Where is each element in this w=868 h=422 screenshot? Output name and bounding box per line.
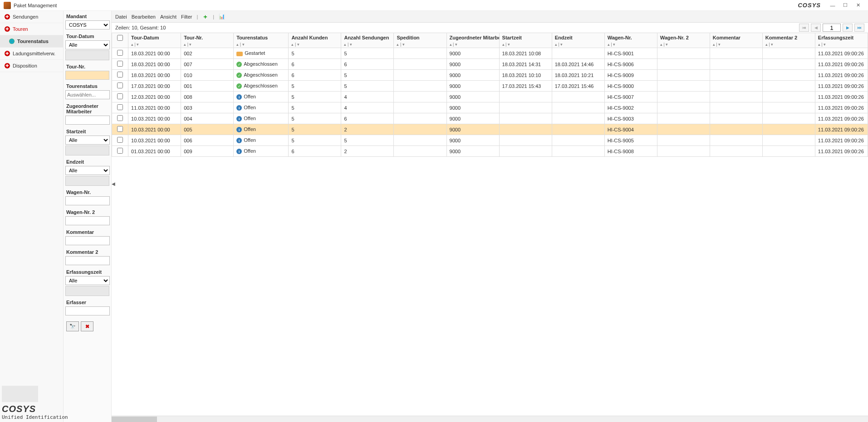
horizontal-scrollbar[interactable] xyxy=(112,416,868,422)
filter-kommentar-input[interactable] xyxy=(65,236,110,245)
table-row[interactable]: 17.03.2021 00:00001✓Abgeschlossen5590001… xyxy=(112,81,868,92)
nav-item-touren[interactable]: ✚Touren xyxy=(0,23,63,35)
cell-datum: 10.03.2021 00:00 xyxy=(128,113,181,124)
panel-collapse-toggle[interactable]: ◀ xyxy=(112,181,115,185)
table-row[interactable]: 01.03.2021 00:00009iOffen629000HI-CS-900… xyxy=(112,146,868,157)
nav-item-label: Tourenstatus xyxy=(17,39,49,44)
menu-bearbeiten[interactable]: Bearbeiten xyxy=(132,14,156,19)
filter-tournr-input[interactable] xyxy=(65,71,109,80)
cell-datum: 18.03.2021 00:00 xyxy=(128,59,181,70)
filter-mitarbeiter-label: Zugeordneter Mitarbeiter xyxy=(64,102,110,115)
cell-spedition xyxy=(394,48,446,59)
row-checkbox[interactable] xyxy=(117,82,123,88)
folder-icon xyxy=(236,52,243,56)
brand-footer: COSYS Unified Identification xyxy=(2,386,68,420)
minimize-button[interactable]: — xyxy=(826,1,839,10)
row-checkbox[interactable] xyxy=(117,126,123,132)
col-header-tour-datum[interactable]: Tour-Datum▴ | ▾ xyxy=(128,33,181,48)
row-checkbox[interactable] xyxy=(117,148,123,154)
table-row[interactable]: 10.03.2021 00:00005iOffen529000HI-CS-900… xyxy=(112,124,868,135)
table-row[interactable]: 10.03.2021 00:00006iOffen559000HI-CS-900… xyxy=(112,135,868,146)
cell-nr: 007 xyxy=(181,59,234,70)
filter-mandant-select[interactable]: COSYS xyxy=(65,20,110,29)
cell-kunden: 6 xyxy=(289,70,341,81)
nav-item-sendungen[interactable]: ✚Sendungen xyxy=(0,11,63,23)
pager-page-input[interactable] xyxy=(823,24,841,32)
cell-startzeit xyxy=(499,102,552,113)
cell-kommentar2 xyxy=(762,92,815,102)
row-checkbox[interactable] xyxy=(117,104,123,110)
cell-spedition xyxy=(394,146,446,157)
filter-startzeit-select[interactable]: Alle xyxy=(65,136,110,145)
col-header-kommentar-2[interactable]: Kommentar 2▴ | ▾ xyxy=(762,33,815,48)
nav-item-ladungsmittelverw-[interactable]: ✚Ladungsmittelverw. xyxy=(0,48,63,60)
table-row[interactable]: 18.03.2021 00:00002Gestartet55900018.03.… xyxy=(112,48,868,59)
select-all-checkbox[interactable] xyxy=(117,35,123,41)
toolbar: Datei Bearbeiten Ansicht Filter | ＋ | 📊 xyxy=(112,11,868,23)
cell-wagennr: HI-CS-9009 xyxy=(604,70,657,81)
search-button[interactable]: 🔭 xyxy=(66,321,79,331)
maximize-button[interactable]: ☐ xyxy=(839,1,852,10)
cell-kommentar xyxy=(710,81,762,92)
info-icon: i xyxy=(236,105,242,111)
table-row[interactable]: 10.03.2021 00:00004iOffen569000HI-CS-900… xyxy=(112,113,868,124)
filter-endzeit-select[interactable]: Alle xyxy=(65,166,110,175)
filter-tourdatum-select[interactable]: Alle xyxy=(65,40,110,49)
table-row[interactable]: 11.03.2021 00:00003iOffen549000HI-CS-900… xyxy=(112,102,868,113)
col-header-startzeit[interactable]: Startzeit▴ | ▾ xyxy=(499,33,552,48)
row-checkbox[interactable] xyxy=(117,72,123,78)
col-header-spedition[interactable]: Spedition▴ | ▾ xyxy=(394,33,446,48)
cell-kunden: 5 xyxy=(289,113,341,124)
col-header-anzahl-kunden[interactable]: Anzahl Kunden▴ | ▾ xyxy=(289,33,341,48)
nav-item-tourenstatus[interactable]: 🌐Tourenstatus xyxy=(0,35,63,48)
table-row[interactable]: 18.03.2021 00:00007✓Abgeschlossen6690001… xyxy=(112,59,868,70)
cell-kunden: 5 xyxy=(289,92,341,102)
pager-next[interactable]: ▶ xyxy=(843,24,853,32)
filter-kommentar2-input[interactable] xyxy=(65,256,110,265)
filter-wagennr2-input[interactable] xyxy=(65,216,110,225)
row-checkbox[interactable] xyxy=(117,137,123,143)
filter-wagennr-input[interactable] xyxy=(65,196,110,205)
cell-kommentar xyxy=(710,124,762,135)
clear-button[interactable]: ✖ xyxy=(81,321,93,331)
menu-ansicht[interactable]: Ansicht xyxy=(160,14,177,19)
pager-prev[interactable]: ◀ xyxy=(811,24,821,32)
filter-erfasser-input[interactable] xyxy=(65,306,110,315)
col-header-tour-nr-[interactable]: Tour-Nr.▴ | ▾ xyxy=(181,33,234,48)
cell-mitarbeiter: 9000 xyxy=(446,135,499,146)
cell-kommentar2 xyxy=(762,81,815,92)
add-button[interactable]: ＋ xyxy=(202,13,208,21)
col-header-endzeit[interactable]: Endzeit▴ | ▾ xyxy=(552,33,604,48)
table-row[interactable]: 12.03.2021 00:00008iOffen549000HI-CS-900… xyxy=(112,92,868,102)
cell-startzeit: 18.03.2021 10:10 xyxy=(499,70,552,81)
col-header-zugeordneter-mitarbe[interactable]: Zugeordneter Mitarbe▴ | ▾ xyxy=(446,33,499,48)
col-header-tourenstatus[interactable]: Tourenstatus▴ | ▾ xyxy=(234,33,289,48)
cell-datum: 18.03.2021 00:00 xyxy=(128,70,181,81)
menu-datei[interactable]: Datei xyxy=(115,14,127,19)
cell-status: ✓Abgeschlossen xyxy=(234,59,289,70)
row-checkbox[interactable] xyxy=(117,93,123,99)
filter-wagennr2-label: Wagen-Nr. 2 xyxy=(64,209,110,216)
col-header-wagen-nr-[interactable]: Wagen-Nr.▴ | ▾ xyxy=(604,33,657,48)
pager-last[interactable]: ⏭ xyxy=(854,24,864,32)
binoculars-icon: 🔭 xyxy=(69,324,76,330)
pager-first[interactable]: ⏮ xyxy=(799,24,809,32)
row-checkbox[interactable] xyxy=(117,115,123,121)
col-header-erfassungszeit[interactable]: Erfassungszeit▴ | ▾ xyxy=(815,33,868,48)
filter-tourenstatus-label: Tourenstatus xyxy=(64,82,110,90)
col-header-anzahl-sendungen[interactable]: Anzahl Sendungen▴ | ▾ xyxy=(341,33,394,48)
filter-mitarbeiter-input[interactable] xyxy=(65,116,110,125)
cell-erfassungszeit: 11.03.2021 09:00:26 xyxy=(815,81,868,92)
col-header-kommentar[interactable]: Kommentar▴ | ▾ xyxy=(710,33,762,48)
filter-erfassungszeit-select[interactable]: Alle xyxy=(65,276,110,285)
col-header-wagen-nr-2[interactable]: Wagen-Nr. 2▴ | ▾ xyxy=(657,33,710,48)
close-button[interactable]: ✕ xyxy=(852,1,864,10)
cell-endzeit: 18.03.2021 10:21 xyxy=(552,70,604,81)
row-checkbox[interactable] xyxy=(117,61,123,67)
filter-tourenstatus-input[interactable] xyxy=(65,90,110,99)
table-row[interactable]: 18.03.2021 00:00010✓Abgeschlossen6590001… xyxy=(112,70,868,81)
menu-filter[interactable]: Filter xyxy=(181,14,192,19)
nav-item-disposition[interactable]: ✚Disposition xyxy=(0,60,63,72)
row-checkbox[interactable] xyxy=(117,50,123,56)
export-icon[interactable]: 📊 xyxy=(219,14,225,20)
